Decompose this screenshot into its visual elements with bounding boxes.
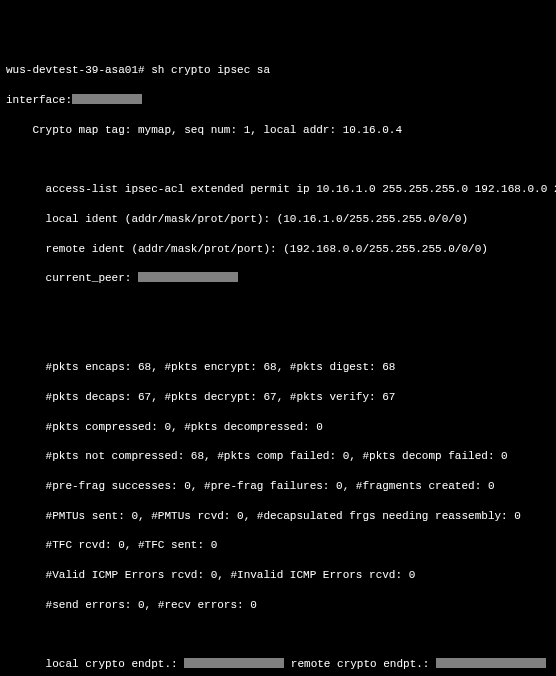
pkts-decaps-line: #pkts decaps: 67, #pkts decrypt: 67, #pk… xyxy=(6,390,550,405)
tfc-line: #TFC rcvd: 0, #TFC sent: 0 xyxy=(6,538,550,553)
local-ident-line: local ident (addr/mask/prot/port): (10.1… xyxy=(6,212,550,227)
blank-line xyxy=(6,152,550,167)
remote-ident-line: remote ident (addr/mask/prot/port): (192… xyxy=(6,242,550,257)
pmtus-line: #PMTUs sent: 0, #PMTUs rcvd: 0, #decapsu… xyxy=(6,509,550,524)
pre-frag-line: #pre-frag successes: 0, #pre-frag failur… xyxy=(6,479,550,494)
host: wus-devtest-39-asa01# xyxy=(6,64,145,76)
prompt-line[interactable]: wus-devtest-39-asa01# sh crypto ipsec sa xyxy=(6,63,550,78)
redacted-peer xyxy=(138,272,238,282)
interface-line: interface: xyxy=(6,93,550,108)
pkts-encaps-line: #pkts encaps: 68, #pkts encrypt: 68, #pk… xyxy=(6,360,550,375)
blank-line xyxy=(6,627,550,642)
local-endpt-label: local crypto endpt.: xyxy=(6,658,184,670)
interface-label: interface: xyxy=(6,94,72,106)
send-err-line: #send errors: 0, #recv errors: 0 xyxy=(6,598,550,613)
crypto-map-line: Crypto map tag: mymap, seq num: 1, local… xyxy=(6,123,550,138)
blank-line xyxy=(6,301,550,316)
current-peer-line: current_peer: xyxy=(6,271,550,286)
blank-line xyxy=(6,331,550,346)
redacted-interface xyxy=(72,94,142,104)
icmp-err-line: #Valid ICMP Errors rcvd: 0, #Invalid ICM… xyxy=(6,568,550,583)
pkts-compressed-line: #pkts compressed: 0, #pkts decompressed:… xyxy=(6,420,550,435)
current-peer-label: current_peer: xyxy=(6,272,138,284)
redacted-local-endpt xyxy=(184,658,284,668)
redacted-remote-endpt xyxy=(436,658,546,668)
crypto-endpt-line: local crypto endpt.: remote crypto endpt… xyxy=(6,657,550,672)
command: sh crypto ipsec sa xyxy=(151,64,270,76)
acl-line: access-list ipsec-acl extended permit ip… xyxy=(6,182,550,197)
pkts-not-compressed-line: #pkts not compressed: 68, #pkts comp fai… xyxy=(6,449,550,464)
remote-endpt-label: remote crypto endpt.: xyxy=(284,658,436,670)
